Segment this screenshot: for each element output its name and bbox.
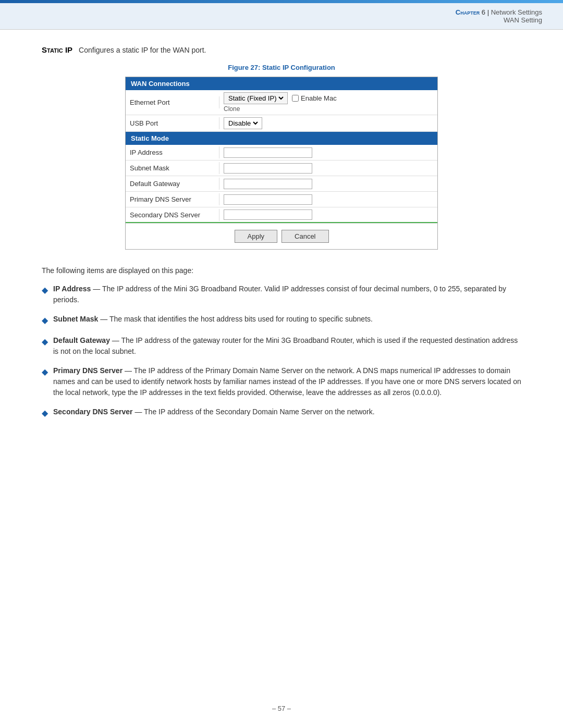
bullet-bold-3: Primary DNS Server <box>53 366 123 375</box>
static-field-value-0 <box>219 145 437 160</box>
page-footer: – 57 – <box>0 705 563 712</box>
chapter-number: 6 <box>482 8 485 16</box>
bullet-list: ◆IP Address — The IP address of the Mini… <box>42 283 521 419</box>
buttons-row: Apply Cancel <box>126 223 437 249</box>
bullet-item-1: ◆Subnet Mask — The mask that identifies … <box>42 314 521 327</box>
bullet-diamond-1: ◆ <box>42 314 48 327</box>
body-text: The following items are displayed on thi… <box>42 265 521 276</box>
static-ip-label: Static IP <box>42 45 72 54</box>
chapter-label: Chapter <box>456 8 480 16</box>
static-field-input-4[interactable] <box>224 209 312 220</box>
bullet-diamond-4: ◆ <box>42 407 48 419</box>
static-field-value-3 <box>219 192 437 207</box>
static-field-value-2 <box>219 177 437 191</box>
static-field-input-2[interactable] <box>224 179 312 189</box>
section-title: Static IP Configures a static IP for the… <box>42 45 521 54</box>
static-field-label-0: IP Address <box>126 146 219 158</box>
bullet-diamond-2: ◆ <box>42 336 48 348</box>
static-field-value-4 <box>219 207 437 222</box>
bullet-bold-0: IP Address <box>53 285 91 293</box>
bullet-item-4: ◆Secondary DNS Server — The IP address o… <box>42 406 521 419</box>
chapter-title: Network Settings <box>491 8 542 16</box>
static-field-row-1: Subnet Mask <box>126 161 437 176</box>
static-field-row-4: Secondary DNS Server <box>126 207 437 223</box>
ethernet-port-select-wrapper[interactable]: Static (Fixed IP) DHCP PPPoE <box>224 92 288 104</box>
clone-text: Clone <box>224 105 337 113</box>
bullet-text-2: Default Gateway — The IP address of the … <box>53 335 521 357</box>
bullet-bold-2: Default Gateway <box>53 336 110 344</box>
bullet-text-0: IP Address — The IP address of the Mini … <box>53 283 521 305</box>
header-right: Chapter 6 | Network Settings WAN Setting <box>456 8 542 24</box>
static-field-label-4: Secondary DNS Server <box>126 209 219 221</box>
usb-port-label: USB Port <box>126 117 219 129</box>
static-field-label-2: Default Gateway <box>126 178 219 190</box>
bullet-bold-1: Subnet Mask <box>53 315 98 323</box>
eth-value: Static (Fixed IP) DHCP PPPoE Enable Mac … <box>224 92 337 113</box>
header-separator: | <box>487 8 489 16</box>
bullet-diamond-0: ◆ <box>42 284 48 297</box>
main-content: Static IP Configures a static IP for the… <box>0 30 563 449</box>
wan-connections-header: WAN Connections <box>126 77 437 90</box>
page-header: Chapter 6 | Network Settings WAN Setting <box>0 3 563 30</box>
static-mode-header: Static Mode <box>126 132 437 145</box>
static-field-value-1 <box>219 161 437 176</box>
sub-title: WAN Setting <box>456 16 542 24</box>
static-field-input-0[interactable] <box>224 147 312 158</box>
apply-button[interactable]: Apply <box>235 230 278 243</box>
usb-port-row: USB Port Disable Enable <box>126 115 437 132</box>
static-field-label-3: Primary DNS Server <box>126 193 219 205</box>
bullet-diamond-3: ◆ <box>42 366 48 378</box>
footer-text: – 57 – <box>272 705 291 712</box>
bullet-item-2: ◆Default Gateway — The IP address of the… <box>42 335 521 357</box>
section-description: Configures a static IP for the WAN port. <box>79 46 206 54</box>
ethernet-port-select[interactable]: Static (Fixed IP) DHCP PPPoE <box>226 94 285 103</box>
bullet-text-1: Subnet Mask — The mask that identifies t… <box>53 314 521 325</box>
usb-port-select-wrapper[interactable]: Disable Enable <box>224 117 262 129</box>
bullet-item-0: ◆IP Address — The IP address of the Mini… <box>42 283 521 305</box>
ethernet-port-value: Static (Fixed IP) DHCP PPPoE Enable Mac … <box>219 90 437 115</box>
bullet-bold-4: Secondary DNS Server <box>53 408 133 416</box>
wan-config-box: WAN Connections Ethernet Port Static (Fi… <box>125 77 438 250</box>
eth-top: Static (Fixed IP) DHCP PPPoE Enable Mac <box>224 92 337 104</box>
ethernet-port-row: Ethernet Port Static (Fixed IP) DHCP PPP… <box>126 90 437 115</box>
bullet-text-4: Secondary DNS Server — The IP address of… <box>53 406 521 417</box>
ethernet-port-label: Ethernet Port <box>126 96 219 108</box>
static-field-input-3[interactable] <box>224 194 312 205</box>
static-field-row-2: Default Gateway <box>126 176 437 192</box>
chapter-line: Chapter 6 | Network Settings <box>456 8 542 16</box>
figure-label: Figure 27: Static IP Configuration <box>42 64 521 71</box>
static-field-row-3: Primary DNS Server <box>126 192 437 207</box>
static-field-input-1[interactable] <box>224 163 312 174</box>
enable-mac-text: Enable Mac <box>301 94 337 102</box>
enable-mac-checkbox[interactable] <box>292 95 299 102</box>
usb-port-select[interactable]: Disable Enable <box>226 119 260 128</box>
static-field-label-1: Subnet Mask <box>126 162 219 174</box>
usb-port-value: Disable Enable <box>219 115 437 131</box>
cancel-button[interactable]: Cancel <box>282 230 328 243</box>
enable-mac-label: Enable Mac <box>292 94 337 102</box>
bullet-item-3: ◆Primary DNS Server — The IP address of … <box>42 365 521 398</box>
static-fields: IP AddressSubnet MaskDefault GatewayPrim… <box>126 145 437 223</box>
bullet-text-3: Primary DNS Server — The IP address of t… <box>53 365 521 398</box>
static-field-row-0: IP Address <box>126 145 437 161</box>
